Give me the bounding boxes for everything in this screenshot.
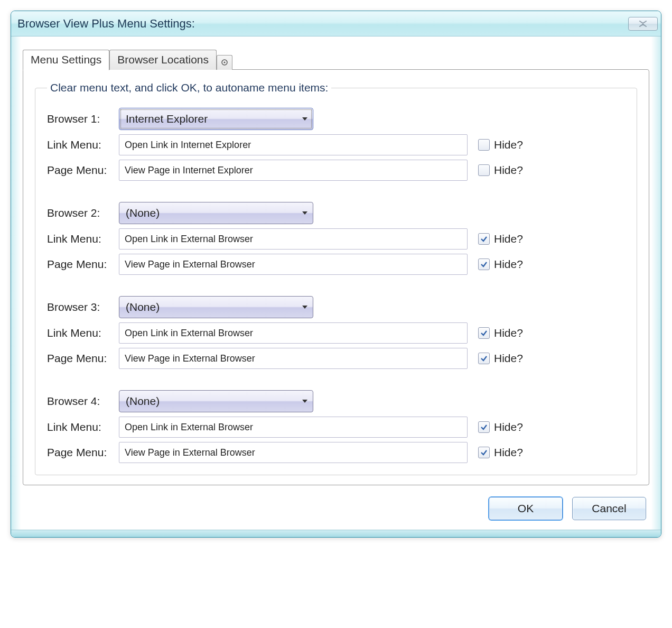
link-menu-1-input[interactable] [119, 134, 468, 155]
browser-3-dropdown-value: (None) [126, 301, 160, 313]
titlebar: Browser View Plus Menu Settings: [11, 11, 661, 36]
link-menu-4-input[interactable] [119, 417, 468, 438]
page-hide-4-label: Hide? [494, 446, 523, 459]
chevron-down-icon [302, 400, 307, 403]
tab-browser-locations[interactable]: Browser Locations [109, 50, 217, 70]
dialog-body: Menu Settings Browser Locations Clear me… [11, 36, 661, 530]
browser-block-3: Browser 3: (None) Link Menu: [47, 296, 625, 369]
page-hide-2-label: Hide? [494, 258, 523, 271]
page-menu-2-label: Page Menu: [47, 258, 119, 271]
page-hide-1-checkbox[interactable] [478, 164, 490, 176]
link-hide-2-label: Hide? [494, 233, 523, 245]
group-legend: Clear menu text, and click OK, to autona… [47, 81, 331, 94]
page-menu-4-label: Page Menu: [47, 446, 119, 459]
browser-4-label: Browser 4: [47, 395, 119, 408]
close-button[interactable] [628, 17, 658, 31]
dialog-title: Browser View Plus Menu Settings: [17, 17, 195, 31]
link-hide-1-checkbox[interactable] [478, 139, 490, 151]
page-hide-4-checkbox[interactable] [478, 447, 490, 458]
link-hide-2-checkbox[interactable] [478, 233, 490, 245]
browser-4-dropdown-value: (None) [126, 395, 160, 408]
link-menu-2-label: Link Menu: [47, 233, 119, 245]
page-hide-1-label: Hide? [494, 164, 523, 177]
page-menu-3-input[interactable] [119, 348, 468, 369]
browser-2-dropdown-value: (None) [126, 207, 160, 219]
close-icon [639, 21, 647, 27]
browser-block-2: Browser 2: (None) Link Menu: [47, 202, 625, 275]
chevron-down-icon [302, 211, 307, 215]
browser-block-4: Browser 4: (None) Link Menu: [47, 390, 625, 463]
link-menu-2-input[interactable] [119, 228, 468, 250]
link-hide-4-label: Hide? [494, 421, 523, 433]
browser-3-label: Browser 3: [47, 301, 119, 313]
browser-1-dropdown[interactable]: Internet Explorer [119, 108, 313, 130]
link-hide-3-checkbox[interactable] [478, 327, 490, 339]
link-hide-1-label: Hide? [494, 138, 523, 151]
browser-2-dropdown[interactable]: (None) [119, 202, 313, 224]
browser-block-1: Browser 1: Internet Explorer Link Menu: [47, 108, 625, 181]
browser-3-dropdown[interactable]: (None) [119, 296, 313, 318]
page-hide-3-checkbox[interactable] [478, 353, 490, 364]
browser-1-dropdown-value: Internet Explorer [126, 113, 208, 125]
dialog-button-row: OK Cancel [23, 485, 649, 522]
target-icon [221, 59, 228, 66]
window-bottom-border [11, 530, 661, 537]
ok-button[interactable]: OK [489, 497, 563, 520]
page-menu-2-input[interactable] [119, 254, 468, 275]
page-menu-1-input[interactable] [119, 160, 468, 181]
page-menu-1-label: Page Menu: [47, 164, 119, 177]
svg-point-1 [224, 62, 226, 63]
chevron-down-icon [302, 117, 307, 121]
tab-bar: Menu Settings Browser Locations [23, 49, 649, 70]
chevron-down-icon [302, 306, 307, 309]
tab-menu-settings[interactable]: Menu Settings [23, 50, 109, 70]
link-menu-4-label: Link Menu: [47, 421, 119, 433]
browser-2-label: Browser 2: [47, 207, 119, 219]
autoname-group: Clear menu text, and click OK, to autona… [35, 81, 637, 475]
browser-1-label: Browser 1: [47, 113, 119, 125]
page-menu-4-input[interactable] [119, 442, 468, 463]
browser-4-dropdown[interactable]: (None) [119, 390, 313, 412]
cancel-button[interactable]: Cancel [572, 497, 646, 520]
page-hide-3-label: Hide? [494, 352, 523, 365]
link-menu-3-label: Link Menu: [47, 327, 119, 339]
link-menu-3-input[interactable] [119, 322, 468, 344]
link-hide-4-checkbox[interactable] [478, 421, 490, 433]
link-hide-3-label: Hide? [494, 327, 523, 339]
tab-overflow[interactable] [217, 55, 232, 70]
tab-panel-menu-settings: Clear menu text, and click OK, to autona… [23, 69, 649, 485]
page-hide-2-checkbox[interactable] [478, 258, 490, 270]
link-menu-1-label: Link Menu: [47, 138, 119, 151]
dialog-window: Browser View Plus Menu Settings: Menu Se… [11, 11, 661, 538]
page-menu-3-label: Page Menu: [47, 352, 119, 365]
